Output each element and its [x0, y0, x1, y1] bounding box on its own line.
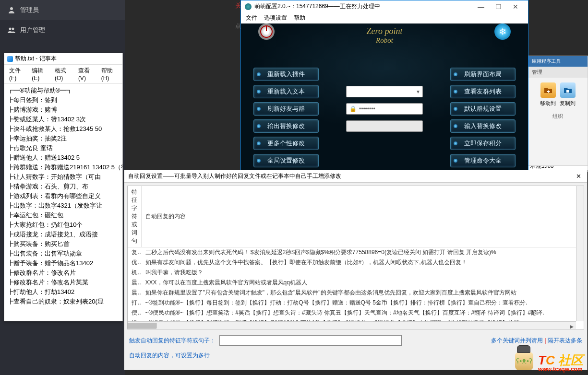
cell-reply: ~®签到功能®~【换行】每日签到：签到【换行】打劫：打劫Q号【换行】赠送：赠送Q… — [142, 298, 584, 308]
config-menubar: 文件 选项设置 帮助 — [241, 12, 528, 23]
cell-trigger: 复读* — [128, 247, 142, 258]
notepad-titlebar[interactable]: 帮助.txt - 记事本 — [4, 53, 122, 65]
menu-file[interactable]: 文件(F) — [6, 66, 28, 82]
notepad-title-text: 帮助.txt - 记事本 — [15, 55, 57, 63]
svg-point-2 — [12, 28, 14, 30]
minimize-button[interactable]: ― — [472, 3, 490, 11]
table-row[interactable]: 晨风软件如果你在群规里设置了"只有包含关键词才触发"，那么包含"晨风软件"的关键… — [128, 288, 584, 298]
folder-move-icon — [540, 82, 556, 98]
multi-keyword-link[interactable]: 多个关键词并列请用 | 隔开表达多条 — [491, 337, 582, 345]
cell-reply: ~®便民功能®~【换行】想查笑话：#笑话【换行】想查头诗：#藏头诗 你真丑【换行… — [142, 308, 584, 318]
cell-trigger: 便民功能 — [128, 308, 142, 318]
cfg-menu-help[interactable]: 帮助 — [294, 14, 305, 22]
cell-trigger: 晨风机器人从哪下载？ — [128, 278, 142, 288]
sidebar-item-users[interactable]: 用户管理 — [0, 20, 125, 40]
cfg-btn-更多个性修改[interactable]: 更多个性修改 — [253, 137, 319, 150]
cell-reply: 如果有群友问问题，优先从这个文件中找答案。【换行】即使在不加触发前缀（比如#），… — [142, 258, 584, 268]
folder-copy-icon — [560, 82, 576, 98]
brand-title: Zero point — [367, 26, 403, 36]
cell-reply: 叫我干嘛，请我吃饭？ — [142, 268, 584, 278]
cfg-menu-file[interactable]: 文件 — [246, 14, 257, 22]
scroll-right-arrow[interactable]: ▸ — [568, 322, 575, 329]
user-icon — [8, 6, 15, 14]
svg-point-1 — [9, 28, 12, 30]
cell-reply: 三秒之后代码没有发出来则代表死代码！ $发消息延迟2秒$回声$隐藏$%积分要求7… — [142, 247, 584, 258]
cfg-btn-全局设置修改[interactable]: 全局设置修改 — [253, 154, 319, 167]
menu-help[interactable]: 帮助(H) — [98, 66, 120, 82]
snow-button[interactable]: ❄ — [494, 23, 511, 40]
trigger-label: 触发自动回复的特征字符或句子： — [129, 337, 216, 345]
cell-trigger: 打卡报道 — [128, 298, 142, 308]
cfg-btn-默认群规设置[interactable]: 默认群规设置 — [450, 102, 516, 116]
svg-point-0 — [10, 7, 13, 10]
scrollbar-vertical[interactable] — [576, 186, 584, 321]
ribbon-tab-manage[interactable]: 管理 — [528, 67, 588, 78]
table-row[interactable]: 复读*三秒之后代码没有发出来则代表死代码！ $发消息延迟2秒$回声$隐藏$%积分… — [128, 247, 584, 258]
power-button[interactable] — [258, 23, 275, 40]
sidebar-label: 管理员 — [20, 6, 39, 14]
menu-edit[interactable]: 编辑(E) — [29, 66, 51, 82]
account-dropdown[interactable]: ▾ — [346, 86, 423, 97]
table-row[interactable]: 晨风机器人从哪下载？XXX，你可以在百度上搜索晨风软件官方网站或者晨风qq机器人 — [128, 278, 584, 288]
cell-trigger: 晨风软件 — [128, 288, 142, 298]
notepad-content[interactable]: ┏━®功能与帮助®━┓ ┣每日签到：签到 ┣赌博游戏：赌博 ┣赞或贬某人：赞13… — [4, 84, 122, 308]
config-buttons-grid: 重新载入插件刷新界面布局重新载入文本▾查看友群列表刷新好友与群🔒••••••••… — [241, 68, 528, 167]
menu-format[interactable]: 格式(O) — [52, 66, 74, 82]
copy-to-button[interactable]: 复制到 — [560, 82, 576, 107]
cell-trigger: 机器人号码 — [128, 268, 142, 278]
cfg-btn-重新载入插件[interactable]: 重新载入插件 — [253, 68, 319, 81]
close-button[interactable]: ✕ — [574, 173, 583, 180]
svg-rect-3 — [566, 90, 569, 93]
reply-content-label: 自动回复的内容，可设置为多行 — [129, 352, 210, 360]
cfg-btn-输出替换修改[interactable]: 输出替换修改 — [253, 119, 319, 133]
autoreply-title-text: 自动回复设置——可批量导入别人制作好的回复文件或在记事本中自己手工增添修改 — [128, 172, 341, 180]
cell-reply: 如果你在群规里设置了"只有包含关键词才触发"，那么包含"晨风软件"的关键字都会由… — [142, 288, 584, 298]
ribbon-group: 组织 — [528, 112, 588, 121]
move-label: 移动到 — [540, 100, 556, 107]
col-reply[interactable]: 自动回复的内容 — [142, 186, 584, 247]
config-title-text: 萌萌配置2.0.~：1547712669——正在努力处理中 — [254, 2, 380, 11]
table-row[interactable]: 打卡报道~®签到功能®~【换行】每日签到：签到【换行】打劫：打劫Q号【换行】赠送… — [128, 298, 584, 308]
cfg-btn-查看友群列表[interactable]: 查看友群列表 — [450, 85, 516, 98]
autoreply-titlebar[interactable]: 自动回复设置——可批量导入别人制作好的回复文件或在记事本中自己手工增添修改 ✕ — [124, 170, 587, 183]
scrollbar-horizontal[interactable]: ▸ — [128, 321, 576, 329]
cfg-btn-刷新界面布局[interactable]: 刷新界面布局 — [450, 68, 516, 81]
app-icon — [245, 3, 252, 10]
move-to-button[interactable]: 移动到 — [540, 82, 556, 107]
table-row[interactable]: 机器人号码叫我干嘛，请我吃饭？ — [128, 268, 584, 278]
config-body: Zero point Robot ❄ 重新载入插件刷新界面布局重新载入文本▾查看… — [241, 23, 528, 172]
brand-subtitle: Robot — [367, 36, 403, 45]
sidebar-label: 用户管理 — [20, 26, 45, 35]
autoreply-table: 特征字符或词句 自动回复的内容 复读*三秒之后代码没有发出来则代表死代码！ $发… — [128, 186, 584, 329]
col-trigger[interactable]: 特征字符或词句 — [128, 186, 142, 247]
close-button[interactable]: ✕ — [507, 3, 524, 11]
menu-view[interactable]: 查看(V) — [75, 66, 97, 82]
cfg-btn-管理命令大全[interactable]: 管理命令大全 — [450, 154, 516, 167]
cfg-menu-options[interactable]: 选项设置 — [264, 14, 287, 22]
sidebar-item-admin[interactable]: 管理员 — [0, 0, 125, 20]
autoreply-window: 自动回复设置——可批量导入别人制作好的回复文件或在记事本中自己手工增添修改 ✕ … — [124, 170, 588, 370]
table-row[interactable]: 优先设定的回复内容是…如果有群友问问题，优先从这个文件中找答案。【换行】即使在不… — [128, 258, 584, 268]
config-window: 萌萌配置2.0.~：1547712669——正在努力处理中 ― ☐ ✕ 文件 选… — [240, 0, 528, 173]
blank-field[interactable] — [346, 120, 423, 132]
notepad-window: 帮助.txt - 记事本 文件(F) 编辑(E) 格式(O) 查看(V) 帮助(… — [4, 53, 123, 321]
autoreply-bottom: 触发自动回复的特征字符或句子： 多个关键词并列请用 | 隔开表达多条 自动回复的… — [124, 332, 587, 368]
maximize-button[interactable]: ☐ — [490, 3, 507, 11]
notepad-menubar: 文件(F) 编辑(E) 格式(O) 查看(V) 帮助(H) — [4, 65, 122, 84]
cfg-btn-重新载入文本[interactable]: 重新载入文本 — [253, 85, 319, 98]
ribbon-tab-tools[interactable]: 应用程序工具 — [528, 56, 588, 67]
cfg-btn-立即保存积分[interactable]: 立即保存积分 — [450, 137, 516, 150]
trigger-input[interactable] — [219, 335, 402, 346]
config-titlebar[interactable]: 萌萌配置2.0.~：1547712669——正在努力处理中 ― ☐ ✕ — [241, 0, 528, 12]
password-field[interactable]: 🔒•••••••• — [346, 103, 423, 115]
cell-trigger: 优先设定的回复内容是… — [128, 258, 142, 268]
scrollbar-thumb[interactable] — [128, 323, 156, 328]
ribbon-panel: 应用程序工具 管理 移动到 复制到 组织 — [528, 56, 588, 166]
autoreply-table-wrap: 特征字符或词句 自动回复的内容 复读*三秒之后代码没有发出来则代表死代码！ $发… — [127, 186, 584, 329]
cfg-btn-刷新好友与群[interactable]: 刷新好友与群 — [253, 102, 319, 116]
copy-label: 复制到 — [560, 100, 576, 107]
users-icon — [8, 26, 15, 34]
table-row[interactable]: 便民功能~®便民功能®~【换行】想查笑话：#笑话【换行】想查头诗：#藏头诗 你真… — [128, 308, 584, 318]
cell-reply: XXX，你可以在百度上搜索晨风软件官方网站或者晨风qq机器人 — [142, 278, 584, 288]
cfg-btn-输入替换修改[interactable]: 输入替换修改 — [450, 119, 516, 133]
